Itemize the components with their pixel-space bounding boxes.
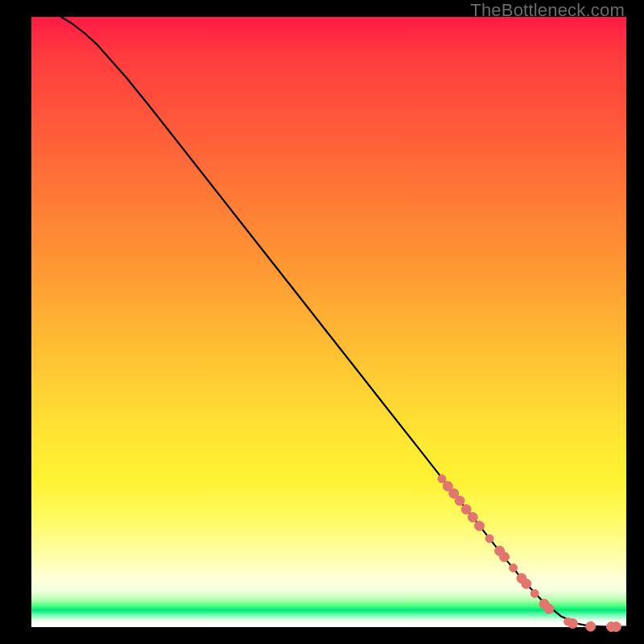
scatter-dot <box>522 579 531 588</box>
scatter-dot <box>475 521 485 530</box>
scatter-dot <box>455 496 464 506</box>
scatter-dot <box>568 619 578 629</box>
chart-frame: TheBottleneck.com <box>0 0 644 644</box>
scatter-dot <box>510 564 518 572</box>
plot-area <box>31 17 626 627</box>
scatter-dot <box>485 535 493 543</box>
chart-svg <box>31 17 626 627</box>
scatter-dot <box>530 589 539 597</box>
scatter-dot <box>611 622 621 632</box>
scatter-dot <box>461 505 471 514</box>
scatter-dot <box>438 475 446 483</box>
scatter-dot <box>500 552 510 562</box>
scatter-dot <box>544 604 554 613</box>
scatter-dot <box>586 621 596 631</box>
curve-line <box>61 17 626 627</box>
scatter-dot <box>468 513 477 522</box>
scatter-dots <box>438 475 621 632</box>
